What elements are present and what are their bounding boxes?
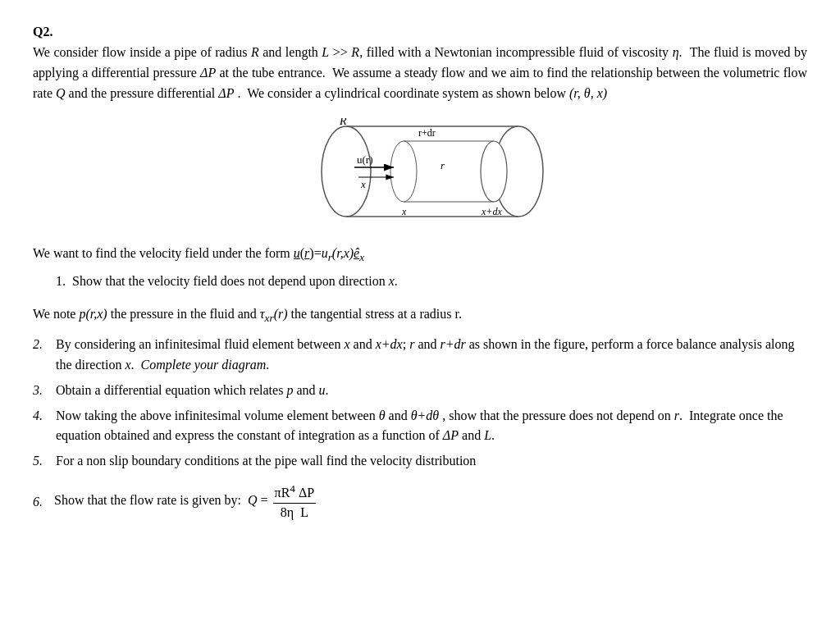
velocity-field-line: We want to find the velocity field under… bbox=[33, 243, 807, 267]
pressure-note: We note p(r,x) the pressure in the fluid… bbox=[33, 304, 807, 327]
svg-point-6 bbox=[390, 141, 417, 202]
item-5: 5. For a non slip boundary conditions at… bbox=[33, 451, 807, 472]
item-6: 6. Show that the flow rate is given by: … bbox=[33, 482, 807, 522]
item-4: 4. Now taking the above infinitesimal vo… bbox=[33, 406, 807, 447]
svg-text:r: r bbox=[441, 159, 445, 171]
item-1: 1. Show that the velocity field does not… bbox=[56, 272, 807, 292]
svg-text:x: x bbox=[401, 206, 407, 217]
paragraph-1: We consider flow inside a pipe of radius… bbox=[33, 43, 807, 103]
item-3: 3. Obtain a differential equation which … bbox=[33, 381, 807, 401]
item-1-num: 1. Show that the velocity field does not… bbox=[56, 274, 398, 288]
question-label: Q2. bbox=[33, 25, 807, 39]
svg-text:u(r): u(r) bbox=[357, 153, 373, 166]
svg-point-0 bbox=[322, 126, 371, 217]
label-R: R bbox=[339, 118, 347, 127]
svg-point-7 bbox=[481, 141, 507, 202]
items-list: 2. By considering an infinitesimal fluid… bbox=[33, 335, 807, 472]
svg-text:x+dx: x+dx bbox=[481, 206, 502, 217]
svg-text:x: x bbox=[360, 178, 366, 190]
pipe-diagram: R u(r) x r+dr x x+dx r bbox=[272, 118, 568, 225]
item-2: 2. By considering an infinitesimal fluid… bbox=[33, 335, 807, 376]
diagram-container: R u(r) x r+dr x x+dx r bbox=[33, 118, 807, 225]
svg-text:r+dr: r+dr bbox=[418, 127, 436, 139]
